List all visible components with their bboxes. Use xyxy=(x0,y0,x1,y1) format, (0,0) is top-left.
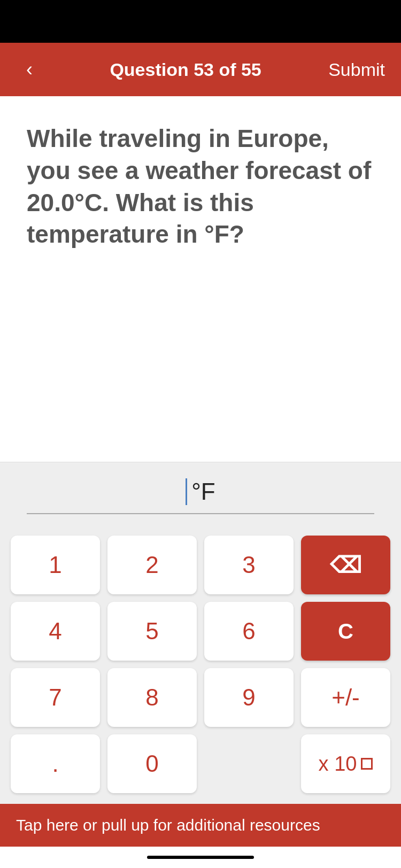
question-text: While traveling in Europe, you see a wea… xyxy=(27,123,374,251)
home-bar xyxy=(147,856,254,859)
answer-input-row[interactable]: °F xyxy=(27,478,374,514)
x10-button[interactable]: x 10 xyxy=(301,734,390,793)
resources-bar[interactable]: Tap here or pull up for additional resou… xyxy=(0,804,401,847)
key-6[interactable]: 6 xyxy=(204,602,294,661)
key-1[interactable]: 1 xyxy=(11,536,100,594)
backspace-icon: ⌫ xyxy=(330,552,361,578)
key-2[interactable]: 2 xyxy=(107,536,197,594)
key-3[interactable]: 3 xyxy=(204,536,294,594)
key-plusminus[interactable]: +/- xyxy=(301,668,390,727)
key-8[interactable]: 8 xyxy=(107,668,197,727)
key-7[interactable]: 7 xyxy=(11,668,100,727)
x10-box-icon xyxy=(361,758,373,770)
clear-button[interactable]: C xyxy=(301,602,390,661)
question-progress: Question 53 of 55 xyxy=(43,59,328,80)
key-4[interactable]: 4 xyxy=(11,602,100,661)
key-0[interactable]: 0 xyxy=(107,734,197,793)
keypad: 1 2 3 ⌫ 4 5 6 C 7 8 9 +/- . 0 x 10 xyxy=(0,536,401,804)
answer-unit: °F xyxy=(191,478,215,505)
home-indicator xyxy=(0,847,401,868)
backspace-button[interactable]: ⌫ xyxy=(301,536,390,594)
resources-text: Tap here or pull up for additional resou… xyxy=(16,816,320,834)
submit-button[interactable]: Submit xyxy=(328,59,385,80)
input-area[interactable]: °F xyxy=(0,462,401,536)
question-area: While traveling in Europe, you see a wea… xyxy=(0,96,401,462)
back-button[interactable]: ‹ xyxy=(16,56,43,83)
key-5[interactable]: 5 xyxy=(107,602,197,661)
key-decimal[interactable]: . xyxy=(11,734,100,793)
key-9[interactable]: 9 xyxy=(204,668,294,727)
nav-header: ‹ Question 53 of 55 Submit xyxy=(0,43,401,96)
text-cursor xyxy=(186,478,187,505)
status-bar xyxy=(0,0,401,43)
